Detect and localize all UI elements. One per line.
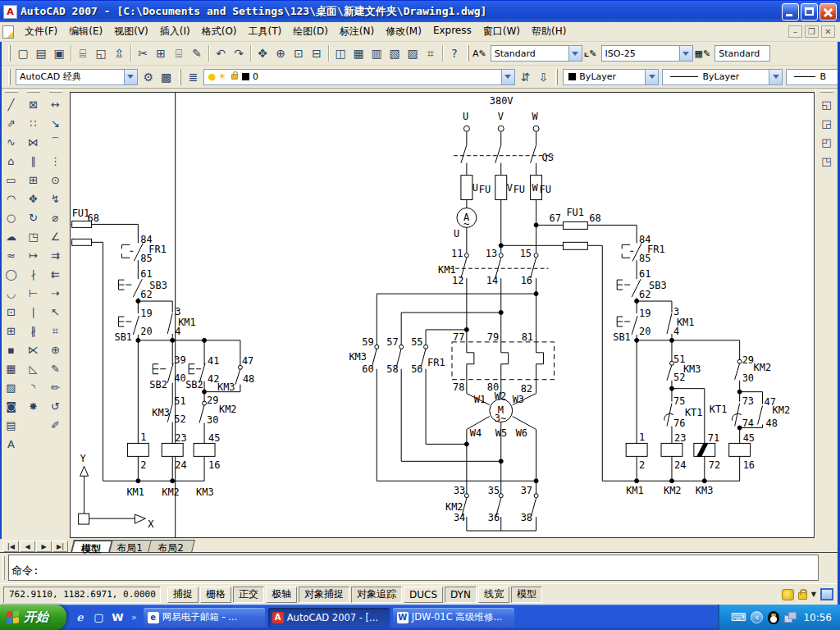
rotate-icon[interactable]: ↻ <box>24 208 43 227</box>
status-toggle-捕捉[interactable]: 捕捉 <box>167 587 199 603</box>
gradient-icon[interactable]: ▨ <box>2 378 21 397</box>
color-combo[interactable]: ByLayer <box>563 69 659 85</box>
paste-icon[interactable]: ⌹ <box>170 44 188 62</box>
workspace-combo[interactable]: AutoCAD 经典 <box>16 69 138 85</box>
fillet-icon[interactable]: ◝ <box>24 378 43 397</box>
pan-icon[interactable]: ✥ <box>253 44 272 62</box>
communication-center-icon[interactable] <box>782 589 794 600</box>
send-to-back-icon[interactable]: ◲ <box>817 114 837 133</box>
minimize-button[interactable] <box>782 3 799 21</box>
menu-item-标注(N)[interactable]: 标注(N) <box>334 22 380 41</box>
status-menu-caret-icon[interactable]: ▼ <box>811 591 816 598</box>
network-tray-icon[interactable] <box>784 612 797 623</box>
extend-icon[interactable]: ⊢ <box>24 284 43 303</box>
dim-aligned-icon[interactable]: ↘ <box>46 114 66 133</box>
drawing-canvas[interactable]: 380VUVWQSUFUVFUWFUA~U67FU168111315KM1121… <box>70 92 815 538</box>
close-button[interactable] <box>819 3 837 21</box>
status-toggle-对象追踪[interactable]: 对象追踪 <box>351 587 402 603</box>
zoom-realtime-icon[interactable]: ⊕ <box>272 44 290 62</box>
dim-edit-icon[interactable]: ✎ <box>46 359 66 378</box>
match-properties-icon[interactable]: ✎ <box>188 44 206 62</box>
send-under-icon[interactable]: ◳ <box>817 152 837 171</box>
markup-manager-icon[interactable]: ▨ <box>404 44 422 62</box>
workspace-save-icon[interactable]: ▩ <box>158 68 176 86</box>
rectangle-icon[interactable]: ▭ <box>2 171 21 189</box>
coordinate-readout[interactable]: 762.9110, 1182.6971, 0.0000 <box>3 587 161 603</box>
tab-模型[interactable]: 模型 <box>71 540 113 552</box>
arc-icon[interactable]: ◠ <box>2 189 21 208</box>
open-icon[interactable]: ▤ <box>32 44 50 62</box>
erase-icon[interactable]: ⊠ <box>24 95 43 114</box>
tab-布局2[interactable]: 布局2 <box>148 540 194 552</box>
tab-nav-button-0[interactable]: |◀ <box>3 541 19 552</box>
scale-icon[interactable]: ◳ <box>24 227 43 246</box>
status-toggle-DUCS[interactable]: DUCS <box>404 587 443 603</box>
break-icon[interactable]: ∦ <box>24 322 43 340</box>
layer-properties-icon[interactable]: ≣ <box>185 68 203 86</box>
circle-icon[interactable]: ○ <box>2 208 21 227</box>
tolerance-icon[interactable]: ⌗ <box>46 322 66 340</box>
dim-style-combo[interactable]: ISO-25 <box>601 45 693 62</box>
quick-launch-chevron-icon[interactable]: » <box>131 612 137 623</box>
ellipse-arc-icon[interactable]: ◡ <box>2 284 21 303</box>
task-button-网易电子邮箱 - ...[interactable]: e网易电子邮箱 - ... <box>144 608 265 628</box>
dim-arc-length-icon[interactable]: ⌒ <box>46 133 66 152</box>
dim-angular-icon[interactable]: ∠ <box>46 227 66 246</box>
quick-leader-icon[interactable]: ↖ <box>46 303 66 322</box>
make-block-icon[interactable]: ⊞ <box>2 322 21 340</box>
toolbar-grip[interactable] <box>555 69 558 85</box>
dim-update-icon[interactable]: ↺ <box>46 397 66 416</box>
chevron-down-icon[interactable] <box>501 70 514 84</box>
save-icon[interactable]: ▣ <box>50 44 68 62</box>
copy-icon[interactable]: ⊞ <box>152 44 170 62</box>
line-icon[interactable]: ╱ <box>2 95 21 114</box>
redo-icon[interactable]: ↷ <box>230 44 248 62</box>
menu-item-帮助(H)[interactable]: 帮助(H) <box>526 22 572 41</box>
dim-continue-icon[interactable]: ⇢ <box>46 284 66 303</box>
status-toggle-线宽[interactable]: 线宽 <box>478 587 509 603</box>
dim-text-edit-icon[interactable]: ✏ <box>46 378 66 397</box>
toolbar-lock-icon[interactable] <box>798 592 807 600</box>
layer-combo[interactable]: ● ☀ 0 <box>203 69 514 85</box>
menu-item-绘图(D)[interactable]: 绘图(D) <box>287 22 334 41</box>
text-style-combo[interactable]: Standard <box>491 45 582 62</box>
menu-item-格式(O)[interactable]: 格式(O) <box>196 22 243 41</box>
dim-ordinate-icon[interactable]: ⋮ <box>46 152 66 171</box>
table-icon[interactable]: ▤ <box>2 416 21 435</box>
menu-item-插入(I)[interactable]: 插入(I) <box>154 22 196 41</box>
quickcalc-icon[interactable]: ⌗ <box>422 44 440 62</box>
zoom-previous-icon[interactable]: ⊟ <box>308 44 326 62</box>
dim-style-icon[interactable]: ✐ <box>46 416 66 435</box>
plot-preview-icon[interactable]: ◱ <box>92 44 110 62</box>
dim-diameter-icon[interactable]: ⌀ <box>46 208 66 227</box>
layer-on-icon[interactable]: ● <box>208 71 216 82</box>
tab-nav-button-1[interactable]: ◀ <box>20 541 35 552</box>
explode-icon[interactable]: ✸ <box>24 397 43 416</box>
copy-object-icon[interactable]: ∷ <box>24 114 43 133</box>
join-icon[interactable]: ⋉ <box>24 340 43 359</box>
toolbar-grip[interactable] <box>467 45 469 62</box>
chevron-down-icon[interactable] <box>568 46 582 61</box>
sheetset-manager-icon[interactable]: ▧ <box>386 44 404 62</box>
hatch-icon[interactable]: ▦ <box>2 359 21 378</box>
mtext-icon[interactable]: A <box>2 435 21 454</box>
status-toggle-栅格[interactable]: 栅格 <box>200 587 231 603</box>
zoom-window-icon[interactable]: ⊡ <box>290 44 308 62</box>
workspace-settings-icon[interactable]: ⚙ <box>139 68 158 86</box>
insert-block-icon[interactable]: ⊡ <box>2 303 21 322</box>
menu-item-视图(V)[interactable]: 视图(V) <box>108 22 154 41</box>
undo-icon[interactable]: ↶ <box>212 44 230 62</box>
command-window[interactable]: 命令: <box>0 552 840 583</box>
linetype-combo[interactable]: ByLayer <box>662 69 783 85</box>
mirror-icon[interactable]: ⋈ <box>24 133 43 152</box>
menu-item-编辑(E)[interactable]: 编辑(E) <box>63 22 108 41</box>
hide-icons-button[interactable]: ‹ <box>751 611 763 623</box>
dim-radius-icon[interactable]: ⊙ <box>46 171 66 189</box>
array-icon[interactable]: ⊞ <box>24 171 43 189</box>
task-button-JDW-01C 高级维修...[interactable]: WJDW-01C 高级维修... <box>393 608 514 628</box>
spline-icon[interactable]: ≈ <box>2 246 21 265</box>
menu-item-窗口(W)[interactable]: 窗口(W) <box>477 22 526 41</box>
center-mark-icon[interactable]: ⊕ <box>46 340 66 359</box>
construction-line-icon[interactable]: ⇗ <box>2 114 21 133</box>
tab-nav-button-3[interactable]: ▶| <box>52 541 68 552</box>
